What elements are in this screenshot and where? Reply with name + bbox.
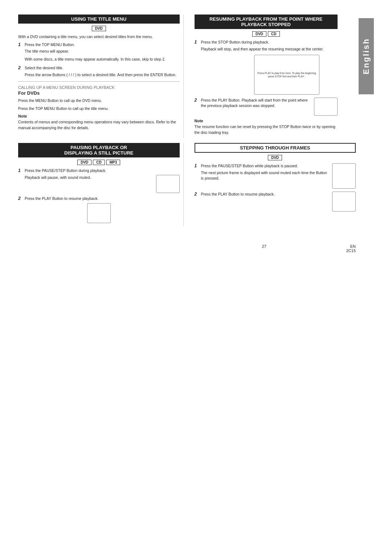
english-vertical-label: English <box>359 18 374 94</box>
page-footer: 27 EN 2C15 <box>18 241 356 253</box>
mp3-badge-pause: MP3 <box>106 160 121 165</box>
note-text-left: Contents of menus and corresponding menu… <box>18 119 180 131</box>
cd-badge-resume: CD <box>268 31 279 37</box>
step-num-1: 1 <box>18 42 23 47</box>
using-title-menu-header: USING THE TITLE MENU <box>18 15 180 24</box>
dvd-badge-resume: DVD <box>252 31 266 37</box>
note-label-right: Note <box>195 119 338 123</box>
step-2-block: 2 Select the desired title. Press the ar… <box>18 65 180 78</box>
resume-step-1: 1 Press the STOP Button during playback.… <box>195 40 338 95</box>
screen-text-resume: Press PLAY to play from here. To play th… <box>254 69 319 81</box>
step-frames-num-1: 1 <box>195 163 199 168</box>
pause-step-1-text: Press the PAUSE/STEP Button during playb… <box>25 168 106 173</box>
cd-badge-pause: CD <box>93 160 105 165</box>
resume-step-num-1: 1 <box>195 40 199 45</box>
step-2-text: Select the desired title. <box>25 65 63 71</box>
step-frames-1: 1 Press the PAUSE/STEP Button while play… <box>195 163 356 189</box>
step-1-note: The title menu will appear. <box>25 49 180 54</box>
step-frames-2-text: Press the PLAY Button to resume playback… <box>201 192 275 197</box>
pause-step-1: 1 Press the PAUSE/STEP Button during pla… <box>18 168 180 193</box>
resuming-playback-header: RESUMING PLAYBACK FROM THE POINT WHERE P… <box>195 15 338 29</box>
page-code: EN 2C15 <box>346 244 356 253</box>
pause-step-2-text: Press the PLAY Button to resume playback… <box>25 196 98 201</box>
dvd-badge: DVD <box>92 26 106 31</box>
step-2-note: Press the arrow Buttons ( / / / ) to sel… <box>25 72 180 78</box>
resume-step-1-note: Playback will stop, and then appear the … <box>201 46 338 52</box>
step-frames-2: 2 Press the PLAY Button to resume playba… <box>195 192 356 212</box>
dvd-menu-text: Press the MENU Button to call up the DVD… <box>18 98 180 104</box>
step-frames-1-note: The next picture frame is displayed with… <box>201 170 330 182</box>
pausing-playback-header: PAUSING PLAYBACK OR DISPLAYING A STILL P… <box>18 143 180 157</box>
page-number: 27 <box>182 244 346 253</box>
step-1-note2: With some discs, a title menu may appear… <box>25 57 180 62</box>
pause-step-num-2: 2 <box>18 196 23 201</box>
step-num-2: 2 <box>18 65 23 70</box>
note-label-left: Note <box>18 114 180 118</box>
intro-text: With a DVD containing a title menu, you … <box>18 34 180 40</box>
step-frames-num-2: 2 <box>195 192 199 197</box>
resume-step-2: 2 Press the PLAY Button. Playback will s… <box>195 98 338 116</box>
pause-screen-1 <box>156 175 180 193</box>
resume-step-1-text: Press the STOP Button during playback. <box>201 40 269 45</box>
for-dvds-subtitle: For DVDs <box>18 90 180 96</box>
resume-step-num-2: 2 <box>195 98 199 103</box>
resume-step-2-text: Press the PLAY Button. Playback will sta… <box>201 98 311 108</box>
note-text-right: The resume function can be reset by pres… <box>195 124 338 136</box>
step-frames-screen-1 <box>332 163 356 189</box>
stepping-frames-header: STEPPING THROUGH FRAMES <box>195 143 356 153</box>
calling-menu-title: CALLING UP A MENU SCREEN DURING PLAYBACK <box>18 85 180 90</box>
resume-screen-1: Press PLAY to play from here. To play th… <box>254 55 319 95</box>
pause-step-2: 2 Press the PLAY Button to resume playba… <box>18 196 180 223</box>
step-frames-1-text: Press the PAUSE/STEP Button while playba… <box>201 163 298 169</box>
pause-step-num-1: 1 <box>18 168 23 173</box>
resume-screen-2 <box>314 98 338 116</box>
step-frames-screen-2 <box>332 192 356 212</box>
top-menu-text: Press the TOP MENU Button to call up the… <box>18 106 180 112</box>
pause-screen-2 <box>87 203 111 223</box>
step-1-text: Press the TOP MENU Button. <box>25 42 75 48</box>
dvd-badge-pause: DVD <box>77 160 91 165</box>
dvd-badge-step: DVD <box>268 155 282 160</box>
step-1-block: 1 Press the TOP MENU Button. The title m… <box>18 42 180 62</box>
